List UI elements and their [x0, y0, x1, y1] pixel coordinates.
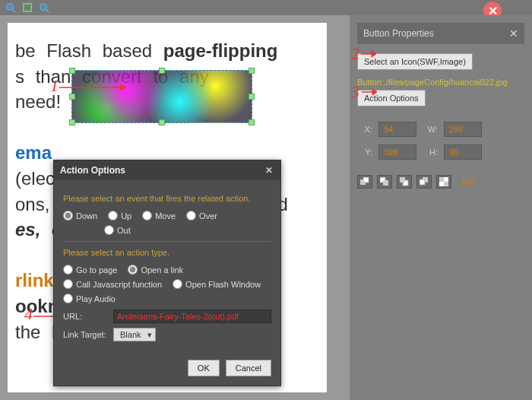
- zoom-original-icon[interactable]: [21, 2, 33, 14]
- radio-goto-page[interactable]: Go to page: [63, 265, 117, 275]
- svg-marker-27: [372, 89, 377, 95]
- resize-handle[interactable]: [69, 68, 75, 74]
- radio-label: Play Audio: [76, 294, 116, 303]
- send-back-icon[interactable]: [416, 175, 432, 189]
- panel-header: Button Properties ✕: [357, 23, 524, 44]
- text-fragment: ema: [15, 142, 52, 163]
- svg-line-1: [12, 9, 15, 12]
- link-target-select[interactable]: Blank: [113, 328, 156, 341]
- resize-handle[interactable]: [69, 119, 75, 125]
- coord-grid: X: 94 W: 298 Y: 398 H: 90: [357, 122, 524, 160]
- target-label: Link Target:: [63, 330, 109, 339]
- w-label: W:: [423, 125, 438, 134]
- main: be Flash based page-flipping s than conv…: [0, 15, 532, 400]
- ok-button[interactable]: OK: [188, 360, 220, 376]
- layer-tools: 100: [357, 175, 524, 189]
- button-path: Button:./files/pageConfig/huancai022.jpg: [357, 78, 524, 87]
- dialog-titlebar[interactable]: Action Options ✕: [54, 160, 280, 180]
- alpha-icon[interactable]: [436, 175, 451, 189]
- event-radio-group: Down Up Move Over Out: [63, 211, 271, 235]
- svg-line-6: [46, 9, 49, 12]
- text-fragment: rlink: [15, 270, 54, 290]
- resize-handle[interactable]: [159, 68, 165, 74]
- svg-rect-23: [439, 182, 444, 186]
- dialog-body: Please select an event that fires the re…: [54, 180, 280, 354]
- radio-open-flash[interactable]: Open Flash Window: [173, 279, 261, 289]
- radio-move[interactable]: Move: [142, 211, 176, 221]
- resize-handle[interactable]: [249, 119, 255, 125]
- svg-marker-9: [120, 84, 126, 90]
- text-fragment: be Flash based: [15, 40, 163, 61]
- button-properties-panel: Button Properties ✕ Select an Icon(SWF,I…: [350, 15, 532, 400]
- text-fragment: page-flipping: [163, 40, 278, 61]
- radio-play-audio[interactable]: Play Audio: [63, 294, 116, 303]
- arrow-icon: [59, 80, 128, 95]
- resize-handle[interactable]: [249, 68, 255, 74]
- radio-label: Open a link: [141, 265, 183, 275]
- annotation-2: 2: [351, 44, 359, 64]
- radio-label: Over: [199, 211, 217, 221]
- radio-label: Out: [117, 226, 131, 235]
- dialog-title: Action Options: [60, 165, 125, 176]
- select-value: Blank: [120, 330, 141, 339]
- divider: [63, 241, 271, 242]
- topbar: [0, 0, 532, 15]
- zoom-out-icon[interactable]: [38, 2, 50, 14]
- svg-rect-22: [444, 177, 448, 182]
- selected-button-object[interactable]: [71, 70, 252, 123]
- h-label: H:: [423, 148, 438, 157]
- resize-handle[interactable]: [159, 119, 165, 125]
- action-hint: Please select an action type.: [63, 248, 271, 257]
- arrow-icon: [361, 49, 376, 59]
- y-input[interactable]: 398: [378, 144, 416, 160]
- x-input[interactable]: 94: [378, 122, 416, 137]
- radio-label: Move: [155, 211, 176, 221]
- resize-handle[interactable]: [249, 94, 255, 100]
- radio-down[interactable]: Down: [63, 211, 97, 221]
- radio-up[interactable]: Up: [108, 211, 131, 221]
- svg-rect-4: [24, 4, 31, 11]
- x-label: X:: [357, 125, 372, 134]
- panel-close-icon[interactable]: ✕: [509, 27, 518, 40]
- radio-label: Open Flash Window: [185, 280, 261, 289]
- send-backward-icon[interactable]: [397, 175, 412, 189]
- svg-rect-20: [439, 177, 444, 182]
- url-input[interactable]: [113, 310, 271, 323]
- cancel-button[interactable]: Cancel: [226, 360, 271, 376]
- h-input[interactable]: 90: [444, 144, 482, 160]
- page-area: be Flash based page-flipping s than conv…: [0, 15, 350, 400]
- annotation-3: 3: [351, 82, 359, 102]
- svg-rect-19: [420, 179, 425, 185]
- svg-marker-25: [372, 51, 376, 57]
- dialog-close-icon[interactable]: ✕: [264, 165, 274, 176]
- url-label: URL:: [63, 312, 109, 321]
- radio-out[interactable]: Out: [104, 225, 131, 235]
- event-hint: Please select an event that fires the re…: [63, 194, 271, 203]
- svg-rect-15: [383, 180, 388, 186]
- bring-forward-icon[interactable]: [377, 175, 392, 189]
- radio-call-js[interactable]: Call Javascript function: [63, 279, 162, 289]
- alpha-value[interactable]: 100: [461, 177, 474, 186]
- y-label: Y:: [357, 148, 372, 157]
- radio-label: Down: [76, 211, 97, 221]
- action-radio-group: Go to page Open a link Call Javascript f…: [63, 265, 271, 303]
- zoom-in-icon[interactable]: [5, 2, 17, 14]
- radio-label: Go to page: [76, 265, 117, 275]
- arrow-icon: [362, 87, 377, 97]
- w-input[interactable]: 298: [444, 122, 482, 137]
- radio-over[interactable]: Over: [186, 211, 217, 221]
- dialog-buttons: OK Cancel: [54, 354, 280, 386]
- annotation-1: 1: [50, 76, 59, 96]
- svg-rect-13: [363, 177, 369, 183]
- action-options-dialog: Action Options ✕ Please select an event …: [53, 160, 281, 386]
- svg-rect-17: [400, 177, 405, 183]
- radio-label: Up: [121, 211, 131, 221]
- svg-rect-21: [444, 182, 448, 186]
- url-row: URL:: [63, 310, 271, 323]
- target-row: Link Target: Blank: [63, 328, 271, 341]
- bring-front-icon[interactable]: [357, 175, 372, 189]
- panel-title: Button Properties: [363, 28, 434, 39]
- radio-label: Call Javascript function: [76, 280, 162, 289]
- radio-open-link[interactable]: Open a link: [128, 265, 183, 275]
- annotation-4: 4: [24, 304, 33, 324]
